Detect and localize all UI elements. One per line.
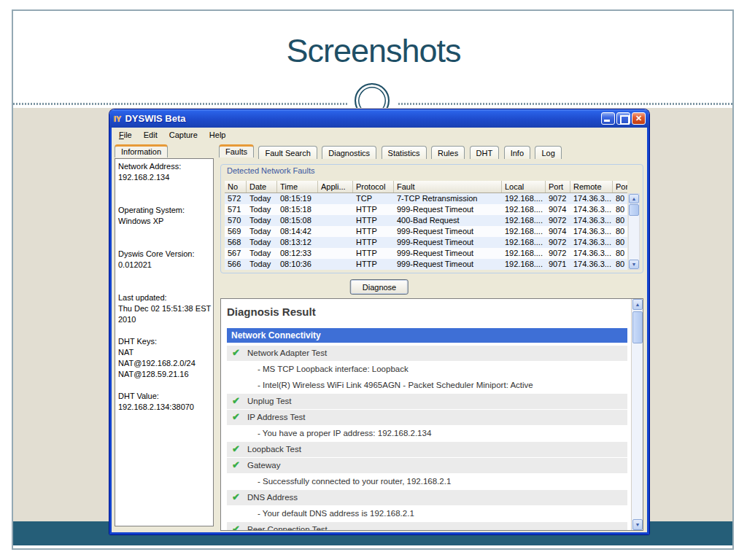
close-button[interactable]: ✕ — [632, 112, 646, 125]
cell-time: 08:13:12 — [277, 237, 318, 248]
cell-no: 571 — [225, 204, 247, 215]
tab[interactable]: Log — [535, 146, 561, 159]
diagnose-button[interactable]: Diagnose — [350, 279, 409, 295]
check-icon: ✔ — [232, 443, 240, 454]
cell-application — [318, 204, 353, 215]
diagnosis-item-label: - Successfully connected to your router,… — [258, 477, 451, 486]
tab[interactable]: Statistics — [382, 146, 427, 159]
cell-fault: 999-Request Timeout — [394, 237, 502, 248]
info-line: NAT — [118, 348, 213, 359]
window-body: File Edit Capture Help Information Netwo… — [109, 128, 649, 534]
diagnosis-item-label: - MS TCP Loopback interface: Loopback — [258, 365, 409, 373]
cell-remote-port: 80 — [613, 237, 627, 248]
cell-local: 192.168.... — [502, 204, 546, 215]
info-line — [118, 271, 213, 282]
column-header[interactable]: Protocol — [353, 181, 394, 192]
column-header[interactable]: Remote — [570, 181, 613, 192]
cell-local-port: 9071 — [546, 259, 570, 270]
scroll-down-icon[interactable]: ▼ — [632, 519, 643, 530]
window-titlebar[interactable]: IY DYSWIS Beta ✕ — [109, 109, 649, 128]
fault-row[interactable]: 568 Today 08:13:12 HTTP 999-Request Time… — [225, 237, 627, 248]
scroll-up-icon[interactable]: ▲ — [632, 299, 643, 310]
menu-bar: File Edit Capture Help — [112, 128, 647, 142]
cell-fault: 999-Request Timeout — [394, 204, 502, 215]
diagnosis-item: ✔ IP Address Test — [227, 410, 627, 425]
column-header[interactable]: Fault — [394, 181, 502, 192]
section-banner: Network Connectivity — [227, 328, 627, 343]
scroll-down-icon[interactable]: ▼ — [629, 260, 639, 269]
minimize-button[interactable] — [601, 112, 615, 125]
diagnosis-item-label: Loopback Test — [247, 445, 301, 454]
diagnosis-item-label: Network Adapter Test — [247, 349, 327, 357]
cell-remote: 174.36.3... — [570, 226, 613, 237]
column-header[interactable]: Date — [247, 181, 277, 192]
diagnosis-item: ✔ Peer Connection Test — [227, 522, 627, 531]
cell-remote: 174.36.3... — [570, 259, 613, 270]
column-header[interactable]: Port — [546, 181, 570, 192]
scrollbar-thumb[interactable] — [632, 311, 643, 343]
cell-remote-port: 80 — [613, 204, 627, 215]
scroll-up-icon[interactable]: ▲ — [629, 194, 639, 203]
fault-row[interactable]: 566 Today 08:10:36 HTTP 999-Request Time… — [225, 259, 627, 270]
diagnosis-items: ✔ Network Adapter Test ✔ - MS TCP Loopba… — [227, 346, 627, 531]
tab[interactable]: Info — [504, 146, 530, 159]
maximize-button[interactable] — [616, 112, 630, 125]
column-header[interactable]: Local — [502, 181, 546, 192]
cell-remote-port: 80 — [613, 226, 627, 237]
info-line: 192.168.2.134 — [118, 173, 213, 184]
cell-time: 08:15:18 — [277, 204, 318, 215]
cell-application — [318, 215, 353, 226]
diagnosis-item-label: DNS Address — [247, 493, 298, 502]
diagnosis-item: ✔ - Your default DNS address is 192.168.… — [227, 506, 627, 521]
column-header[interactable]: Time — [277, 181, 318, 192]
cell-local-port: 9072 — [546, 193, 570, 204]
info-line: Last updated: — [118, 293, 213, 304]
tab[interactable]: Faults — [219, 144, 254, 158]
fault-row[interactable]: 569 Today 08:14:42 HTTP 999-Request Time… — [225, 226, 627, 237]
dyswis-window: IY DYSWIS Beta ✕ File Edit Capture Help … — [109, 109, 649, 534]
divider-line-right — [398, 103, 734, 105]
menu-item[interactable]: Capture — [163, 129, 204, 141]
diagnosis-scrollbar[interactable]: ▲ ▼ — [631, 299, 643, 530]
check-icon: ✔ — [232, 347, 240, 358]
group-title: Detected Network Faults — [227, 166, 314, 175]
info-line: DHT Value: — [118, 392, 213, 402]
cell-fault: 400-Bad Request — [394, 215, 502, 226]
fault-row[interactable]: 570 Today 08:15:08 HTTP 400-Bad Request … — [225, 215, 627, 226]
menu-item[interactable]: Help — [204, 129, 232, 141]
diagnosis-heading: Diagnosis Result — [227, 306, 627, 318]
cell-fault: 999-Request Timeout — [394, 248, 502, 259]
tab-information[interactable]: Information — [115, 144, 168, 158]
tab[interactable]: DHT — [470, 146, 500, 159]
cell-application — [318, 237, 353, 248]
diagnosis-item-label: IP Address Test — [247, 413, 305, 421]
tab[interactable]: Diagnostics — [322, 146, 376, 159]
app-icon: IY — [114, 114, 121, 123]
diagnosis-item: ✔ - Intel(R) Wireless WiFi Link 4965AGN … — [227, 378, 627, 393]
tab[interactable]: Fault Search — [258, 146, 317, 159]
fault-row[interactable]: 571 Today 08:15:18 HTTP 999-Request Time… — [225, 204, 627, 215]
cell-application — [318, 193, 353, 204]
cell-remote: 174.36.3... — [570, 215, 613, 226]
faults-scrollbar[interactable]: ▲ ▼ — [628, 193, 640, 270]
cell-remote-port: 80 — [613, 215, 627, 226]
cell-date: Today — [247, 215, 277, 226]
menu-item[interactable]: Edit — [138, 129, 163, 141]
check-icon: ✔ — [232, 524, 240, 531]
fault-row[interactable]: 572 Today 08:15:19 TCP 7-TCP Retransmiss… — [225, 193, 627, 204]
info-line: Thu Dec 02 15:51:38 EST — [118, 304, 213, 315]
info-line: Network Address: — [118, 162, 213, 173]
scrollbar-thumb[interactable] — [629, 204, 639, 216]
cell-protocol: HTTP — [353, 259, 394, 270]
column-header[interactable]: Appli... — [318, 181, 353, 192]
info-line: NAT@192.168.2.0/24 — [118, 359, 213, 370]
tab-strip: Faults Fault Search Diagnostics Statisti… — [219, 144, 563, 158]
fault-row[interactable]: 567 Today 08:12:33 HTTP 999-Request Time… — [225, 248, 627, 259]
column-header[interactable]: Port — [613, 181, 627, 192]
menu-item[interactable]: File — [113, 129, 138, 141]
column-header[interactable]: No — [225, 181, 247, 192]
cell-local-port: 9072 — [546, 215, 570, 226]
tab[interactable]: Rules — [431, 146, 465, 159]
cell-protocol: HTTP — [353, 226, 394, 237]
check-icon: ✔ — [232, 411, 240, 422]
